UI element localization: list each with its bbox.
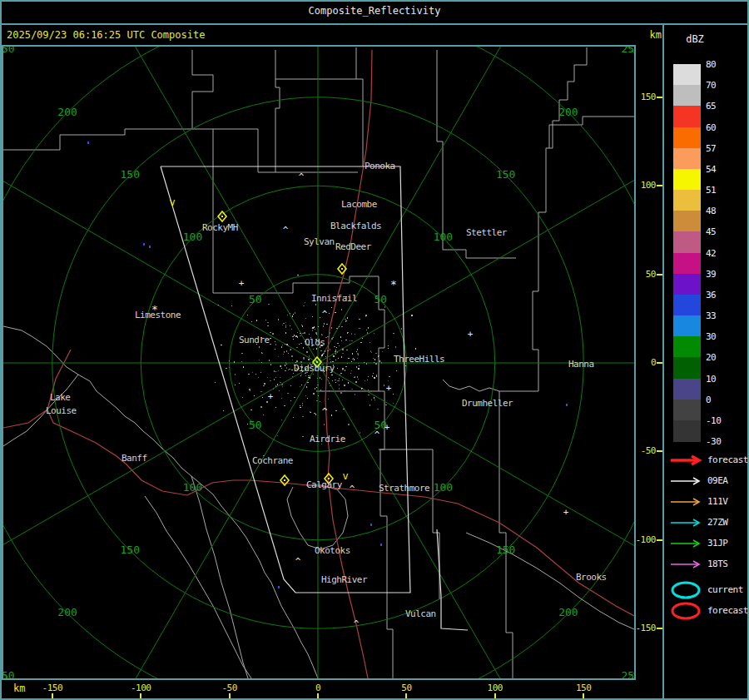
ring-range-label: 250: [3, 669, 15, 678]
clutter-dot: [353, 358, 354, 359]
clutter-dot: [388, 348, 389, 349]
clutter-dot: [342, 348, 344, 349]
clutter-dot: [283, 354, 284, 355]
clutter-dot: [273, 388, 274, 390]
clutter-dot: [297, 275, 299, 276]
clutter-dot: [357, 349, 358, 350]
clutter-dot: [355, 394, 355, 395]
clutter-dot: [329, 313, 330, 314]
legend-arrow-label: 31JP: [707, 538, 747, 549]
v-arrow-marker: v: [169, 196, 175, 208]
clutter-dot: [300, 405, 300, 406]
clutter-dot: [317, 378, 318, 379]
window-title: Composite_Reflectivity: [309, 5, 441, 17]
clutter-dot: [305, 375, 306, 376]
caret-marker: ^: [374, 429, 380, 440]
clutter-dot: [381, 362, 382, 364]
clutter-dot: [339, 385, 340, 385]
clutter-dot: [306, 351, 308, 353]
clutter-dot: [287, 315, 288, 315]
clutter-dot: [281, 398, 282, 399]
clutter-dot: [285, 332, 286, 334]
clutter-dot: [301, 385, 302, 385]
clutter-dot: [241, 361, 242, 362]
county-boundary: [466, 533, 634, 629]
clutter-dot: [358, 363, 359, 364]
clutter-dot: [348, 382, 349, 384]
radial-line: [68, 47, 318, 363]
clutter-dot: [281, 420, 282, 420]
bottom-axis-unit: km: [13, 683, 25, 694]
clutter-dot: [367, 380, 368, 380]
clutter-dot: [340, 392, 342, 394]
clutter-dot: [315, 329, 315, 330]
ring-range-label: 50: [249, 293, 262, 305]
clutter-dot: [323, 353, 325, 354]
clutter-dot: [330, 349, 330, 350]
clutter-dot: [327, 350, 329, 351]
county-boundary: [191, 476, 248, 678]
station-center-dot: [341, 268, 343, 270]
right-axis-unit: km: [637, 29, 662, 41]
plus-marker: +: [563, 507, 569, 518]
clutter-dot: [335, 380, 336, 380]
clutter-dot: [235, 374, 236, 375]
clutter-dot: [293, 417, 294, 418]
clutter-dot: [373, 373, 374, 374]
clutter-dot: [288, 345, 289, 346]
clutter-dot: [322, 354, 324, 355]
bottom-axis-tick-label: 100: [480, 683, 510, 693]
city-label: Cochrane: [252, 455, 293, 466]
clutter-dot: [282, 325, 283, 325]
clutter-dot: [292, 376, 293, 377]
station-center-dot: [284, 479, 285, 481]
clutter-dot: [305, 318, 306, 319]
clutter-dot: [215, 382, 216, 383]
clutter-dot: [289, 369, 290, 370]
clutter-dot: [378, 355, 379, 356]
clutter-dot: [334, 346, 335, 347]
city-label: ThreeHills: [394, 354, 444, 365]
clutter-dot: [279, 390, 280, 391]
radar-map[interactable]: 5050505010010010010015015015015020020020…: [2, 45, 636, 680]
legend-ellipse-label: current: [707, 584, 747, 595]
blue-dot-marker: [278, 586, 280, 588]
clutter-dot: [286, 344, 288, 345]
clutter-dot: [272, 333, 274, 335]
clutter-dot: [366, 330, 367, 330]
blue-dot-marker: [566, 404, 568, 406]
clutter-dot: [231, 305, 232, 306]
radial-line: [3, 113, 318, 363]
clutter-dot: [261, 352, 262, 353]
county-boundary: [3, 326, 318, 678]
clutter-dot: [303, 357, 305, 359]
clutter-dot: [255, 374, 256, 375]
right-axis-tick-label: 50: [629, 269, 656, 280]
clutter-dot: [320, 401, 320, 402]
clutter-dot: [375, 353, 377, 354]
clutter-dot: [275, 344, 276, 345]
clutter-dot: [321, 379, 322, 380]
clutter-dot: [286, 364, 287, 365]
clutter-dot: [351, 389, 353, 390]
city-label: Stettler: [466, 227, 507, 238]
city-label: Sundre: [239, 335, 270, 345]
ring-range-label: 150: [121, 544, 140, 556]
clutter-dot: [393, 403, 394, 404]
caret-marker: ^: [299, 171, 305, 182]
clutter-dot: [291, 370, 293, 370]
clutter-dot: [293, 314, 294, 315]
clutter-dot: [277, 384, 278, 385]
clutter-dot: [376, 375, 377, 377]
clutter-dot: [350, 373, 351, 374]
clutter-dot: [370, 342, 370, 343]
city-label: Okotoks: [315, 545, 350, 556]
clutter-dot: [290, 350, 291, 350]
clutter-dot: [347, 333, 348, 334]
clutter-dot: [329, 383, 330, 384]
clutter-dot: [290, 325, 290, 326]
clutter-dot: [263, 385, 265, 386]
clutter-dot: [254, 395, 255, 396]
city-label: RedDeer: [335, 241, 371, 252]
clutter-dot: [350, 344, 350, 345]
